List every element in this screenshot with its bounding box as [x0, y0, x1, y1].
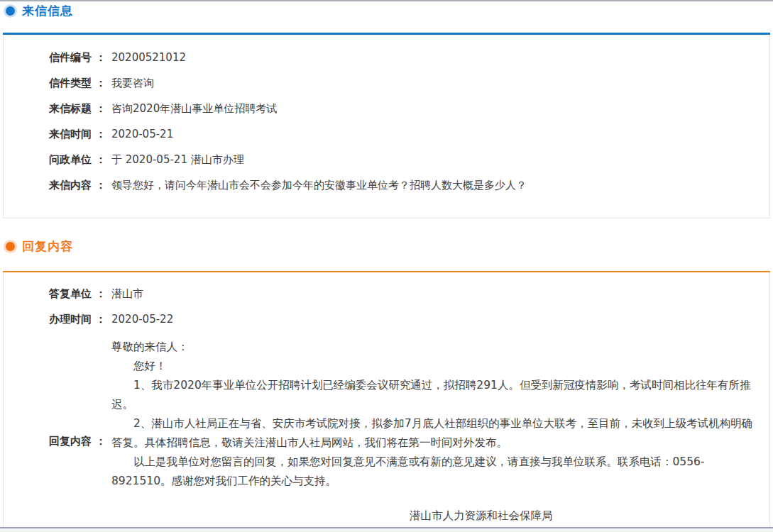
letter-info-box: 信件编号 ： 20200521012 信件类型 ： 我要咨询 来信标题 ： 咨询…	[3, 35, 770, 218]
field-label: 信件类型 ：	[49, 76, 111, 90]
field-row-letter-title: 来信标题 ： 咨询2020年潜山事业单位招聘考试	[49, 101, 769, 116]
field-value: 20200521012	[111, 50, 769, 65]
field-label: 来信时间 ：	[49, 127, 111, 141]
field-value: 我要咨询	[111, 76, 769, 90]
orange-bullet-icon	[6, 242, 15, 251]
reply-paragraph: 2、潜山市人社局正在与省、安庆市考试院对接，拟参加7月底人社部组织的事业单位大联…	[111, 414, 761, 453]
letter-section: 来信信息 信件编号 ： 20200521012 信件类型 ： 我要咨询 来信标题…	[0, 3, 773, 218]
reply-paragraph: 以上是我单位对您留言的回复，如果您对回复意见不满意或有新的意见建议，请直接与我单…	[111, 453, 761, 491]
reply-paragraph: 尊敬的来信人：	[111, 338, 761, 357]
reply-content-text: 尊敬的来信人： 您好！ 1、我市2020年事业单位公开招聘计划已经编委会议研究通…	[111, 338, 761, 532]
field-row-handle-time: 办理时间 ： 2020-05-22	[49, 312, 769, 326]
field-row-letter-content: 来信内容 ： 领导您好，请问今年潜山市会不会参加今年的安徽事业单位考？招聘人数大…	[49, 178, 769, 192]
signature-org: 潜山市人力资源和社会保障局	[410, 506, 553, 526]
field-label: 回复内容 ：	[49, 434, 111, 448]
field-label: 办理时间 ：	[49, 312, 111, 326]
reply-section-title: 回复内容	[22, 238, 73, 255]
reply-paragraph: 您好！	[111, 357, 761, 376]
letter-section-title: 来信信息	[22, 3, 73, 19]
field-row-reply-content: 回复内容 ： 尊敬的来信人： 您好！ 1、我市2020年事业单位公开招聘计划已经…	[49, 338, 769, 532]
field-row-letter-time: 来信时间 ： 2020-05-21	[49, 127, 769, 141]
field-value: 领导您好，请问今年潜山市会不会参加今年的安徽事业单位考？招聘人数大概是多少人？	[111, 178, 769, 192]
reply-section-header: 回复内容	[0, 238, 773, 254]
field-row-reply-unit: 答复单位 ： 潜山市	[49, 287, 769, 301]
field-label: 问政单位 ：	[49, 153, 111, 167]
field-label: 信件编号 ：	[49, 50, 111, 65]
blue-bullet-icon	[6, 6, 15, 16]
reply-paragraph: 1、我市2020年事业单位公开招聘计划已经编委会议研究通过，拟招聘291人。但受…	[111, 376, 761, 414]
field-label: 来信内容 ：	[49, 178, 111, 192]
field-label: 答复单位 ：	[49, 287, 111, 301]
field-row-letter-number: 信件编号 ： 20200521012	[49, 50, 769, 65]
top-divider	[0, 0, 773, 1]
field-label: 来信标题 ：	[49, 101, 111, 116]
field-row-letter-type: 信件类型 ： 我要咨询	[49, 76, 769, 90]
field-value: 2020-05-22	[111, 312, 769, 326]
field-value: 于 2020-05-21 潜山市办理	[111, 153, 769, 167]
field-value: 咨询2020年潜山事业单位招聘考试	[111, 101, 769, 116]
field-value: 2020-05-21	[111, 127, 769, 141]
reply-info-box: 答复单位 ： 潜山市 办理时间 ： 2020-05-22 回复内容 ： 尊敬的来…	[3, 272, 770, 532]
footer-area	[0, 528, 773, 532]
field-row-handling-unit: 问政单位 ： 于 2020-05-21 潜山市办理	[49, 153, 769, 167]
field-value: 潜山市	[111, 287, 769, 301]
reply-section: 回复内容 答复单位 ： 潜山市 办理时间 ： 2020-05-22 回复内容 ：…	[0, 238, 773, 532]
letter-section-header: 来信信息	[0, 3, 773, 18]
